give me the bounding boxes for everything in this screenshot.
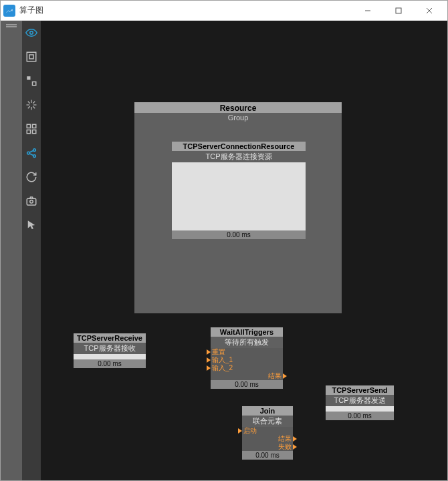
node-tcp-server-receive[interactable]: TCPServerReceive TCP服务器接收 0.00 ms — [74, 333, 146, 368]
svg-rect-7 — [27, 76, 30, 79]
window-controls — [352, 1, 445, 21]
svg-line-16 — [33, 102, 35, 104]
svg-rect-26 — [27, 198, 36, 205]
share-icon[interactable] — [23, 145, 39, 161]
node-title: TCPServerReceive — [74, 333, 146, 343]
svg-line-13 — [28, 102, 30, 104]
node-body: 重置 输入_1 输入_2 结果 — [211, 348, 283, 380]
node-time: 0.00 ms — [211, 380, 283, 389]
snap-icon[interactable] — [23, 97, 39, 113]
svg-rect-8 — [33, 82, 36, 86]
titlebar: 算子图 — [1, 1, 447, 21]
node-tcp-server-send[interactable]: TCPServerSend TCP服务器发送 0.00 ms — [326, 385, 394, 420]
grid-icon[interactable] — [23, 121, 39, 137]
eye-icon[interactable] — [23, 25, 39, 41]
panel-drag-handle[interactable] — [1, 21, 22, 480]
graph-canvas[interactable]: Resource Group TCPServerConnectionResour… — [41, 21, 447, 480]
svg-point-27 — [30, 200, 33, 204]
connector-icon[interactable] — [23, 73, 39, 89]
node-time: 0.00 ms — [326, 412, 394, 420]
grip-icon — [6, 23, 17, 29]
node-time: 0.00 ms — [242, 451, 293, 460]
window-title: 算子图 — [19, 5, 352, 16]
close-button[interactable] — [414, 1, 445, 21]
svg-rect-18 — [33, 124, 36, 128]
maximize-button[interactable] — [383, 1, 414, 21]
node-time: 0.00 ms — [74, 359, 146, 368]
svg-line-15 — [28, 106, 30, 108]
node-subtitle: Group — [134, 113, 342, 126]
svg-rect-19 — [27, 130, 30, 134]
node-subtitle: 等待所有触发 — [211, 337, 283, 348]
body: Resource Group TCPServerConnectionResour… — [1, 21, 447, 480]
node-title: Join — [242, 406, 293, 416]
camera-icon[interactable] — [23, 193, 39, 209]
node-title: Resource — [134, 102, 342, 113]
node-body — [326, 406, 394, 412]
app-icon — [3, 5, 15, 17]
node-subtitle: 联合元素 — [242, 416, 293, 427]
app-window: 算子图 — [0, 0, 448, 481]
svg-line-24 — [29, 150, 33, 152]
svg-rect-6 — [29, 55, 33, 59]
port-input-1[interactable]: 输入_1 — [211, 356, 283, 364]
node-time: 0.00 ms — [172, 230, 306, 239]
node-join[interactable]: Join 联合元素 启动 结果 失败 0.00 ms — [242, 406, 293, 460]
node-tcp-connection-resource[interactable]: TCPServerConnectionResource TCP服务器连接资源 0… — [172, 142, 306, 239]
svg-rect-5 — [27, 52, 36, 61]
node-subtitle: TCP服务器发送 — [326, 395, 394, 406]
minimize-button[interactable] — [352, 1, 383, 21]
node-title: WaitAllTriggers — [211, 327, 283, 337]
refresh-icon[interactable] — [23, 169, 39, 185]
port-input-2[interactable]: 输入_2 — [211, 364, 283, 372]
port-result[interactable]: 结果 — [211, 372, 283, 380]
port-fail[interactable]: 失败 — [242, 443, 293, 451]
node-body: 启动 结果 失败 — [242, 427, 293, 451]
left-toolbar — [22, 21, 41, 480]
node-wait-all-triggers[interactable]: WaitAllTriggers 等待所有触发 重置 输入_1 输入_2 结果 0… — [211, 327, 283, 389]
node-subtitle: TCP服务器接收 — [74, 343, 146, 354]
node-body — [74, 354, 146, 359]
svg-point-4 — [30, 31, 33, 35]
cursor-icon[interactable] — [23, 217, 39, 233]
svg-line-14 — [33, 106, 35, 108]
port-result[interactable]: 结果 — [242, 435, 293, 443]
svg-rect-20 — [33, 130, 36, 134]
node-title: TCPServerSend — [326, 385, 394, 395]
svg-rect-17 — [27, 124, 30, 128]
svg-line-25 — [29, 154, 33, 156]
node-body — [172, 162, 306, 230]
port-reset[interactable]: 重置 — [211, 348, 283, 356]
port-start[interactable]: 启动 — [242, 427, 293, 435]
bounding-box-icon[interactable] — [23, 49, 39, 65]
svg-rect-1 — [396, 8, 401, 13]
node-title: TCPServerConnectionResource — [172, 142, 306, 151]
node-subtitle: TCP服务器连接资源 — [172, 151, 306, 162]
